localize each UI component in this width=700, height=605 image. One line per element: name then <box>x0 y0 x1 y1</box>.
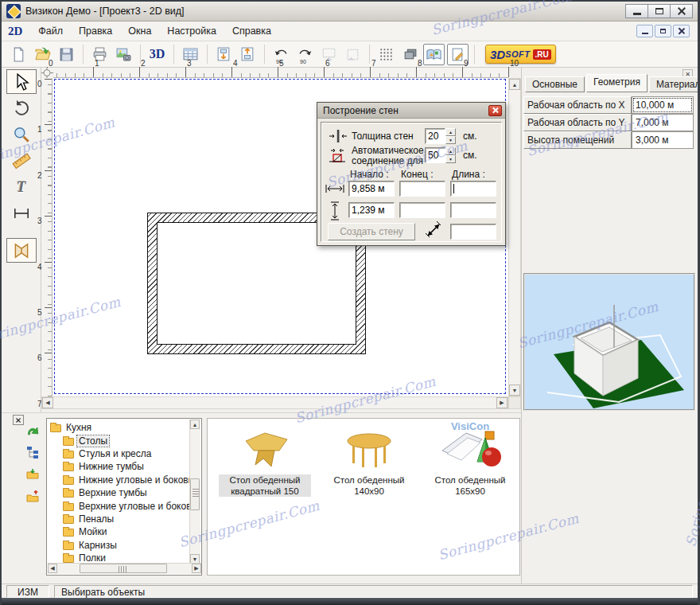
tree-item-Карнизы[interactable]: Карнизы <box>50 539 189 552</box>
menu-Правка[interactable]: Правка <box>71 23 120 39</box>
auto-connect-value-input[interactable] <box>425 147 445 163</box>
catalog-item-0[interactable]: Стол обеденный квадратный 150 <box>219 424 311 497</box>
property-label[interactable]: Высота помещений <box>523 131 632 149</box>
document-2d-icon[interactable]: 2D <box>8 25 22 38</box>
canvas-horizontal-scrollbar[interactable]: ◀ ▶ <box>41 396 508 409</box>
catalog-close-button[interactable] <box>13 415 24 425</box>
scrollbar-corner <box>508 396 521 409</box>
properties-grid: Рабочая область по X10,000 мРабочая обла… <box>523 96 694 149</box>
toolbar-separator <box>264 45 265 64</box>
maximize-button[interactable] <box>648 4 671 18</box>
tree-item-Пеналы[interactable]: Пеналы <box>50 513 189 525</box>
mdi-minimize-button[interactable] <box>636 25 653 37</box>
flip-vertical-button[interactable] <box>342 44 364 65</box>
tree-item-Мойки[interactable]: Мойки <box>50 525 189 538</box>
tree-hscroll-thumb[interactable] <box>80 564 167 573</box>
thickness-up-button[interactable]: ▲ <box>445 128 456 136</box>
thickness-value-input[interactable] <box>425 128 445 144</box>
catalog-book-button[interactable] <box>423 44 445 65</box>
export-object-button[interactable] <box>237 44 259 65</box>
tree-view-button[interactable] <box>24 443 41 461</box>
export-image-button[interactable] <box>113 44 134 65</box>
length-y-input[interactable] <box>450 202 496 218</box>
new-document-button[interactable] <box>8 44 29 65</box>
end-y-input[interactable] <box>399 202 445 218</box>
thickness-unit: см. <box>463 131 477 142</box>
undo-arrow-button[interactable] <box>24 421 41 439</box>
length-total-input[interactable] <box>450 224 496 240</box>
tree-vertical-scrollbar[interactable]: ▲ ▼ <box>189 420 200 564</box>
scroll-right-button[interactable]: ▶ <box>496 397 508 408</box>
scroll-down-button[interactable]: ▼ <box>509 384 520 396</box>
mdi-close-button[interactable] <box>673 25 690 37</box>
zoom-tool[interactable] <box>6 122 37 146</box>
mdi-restore-button[interactable] <box>655 25 671 37</box>
3d-preview[interactable] <box>523 273 695 411</box>
start-x-input[interactable] <box>348 181 395 197</box>
catalog-item-2[interactable]: VisiConСтол обеденный 165x90 <box>421 424 519 497</box>
view-3d-button[interactable]: 3D <box>146 44 168 65</box>
property-label[interactable]: Рабочая область по Y <box>523 114 632 131</box>
auto-connect-spinner: ▲▼ <box>425 147 456 163</box>
menu-Файл[interactable]: Файл <box>30 23 71 39</box>
property-value[interactable]: 3,000 м <box>632 131 694 149</box>
menu-Окна[interactable]: Окна <box>120 23 159 39</box>
tree-horizontal-scrollbar[interactable]: ◀ ▶ <box>48 563 201 574</box>
dialog-title-bar[interactable]: Построение стен <box>317 103 505 119</box>
minimize-button[interactable] <box>625 4 648 18</box>
property-value[interactable]: 10,000 м <box>632 96 694 114</box>
tree-item-Стулья и кресла[interactable]: Стулья и кресла <box>50 447 189 460</box>
ruler-v-tick-1: 1 <box>45 124 52 125</box>
menu-Настройка[interactable]: Настройка <box>159 23 224 39</box>
property-label[interactable]: Рабочая область по X <box>523 96 632 114</box>
end-x-input[interactable] <box>399 181 445 197</box>
application-window: Визикон Демо - [Проект3 - 2D вид] 2D Фай… <box>0 0 700 605</box>
horizontal-ruler: 012345678910 <box>41 68 508 78</box>
tree-scroll-up[interactable]: ▲ <box>190 420 200 429</box>
tab-Основные[interactable]: Основные <box>525 76 585 92</box>
create-wall-button[interactable]: Создать стену <box>328 223 415 240</box>
close-button[interactable] <box>670 4 693 18</box>
import-object-button[interactable] <box>213 44 235 65</box>
import-folder-button[interactable] <box>24 466 41 483</box>
scroll-left-button[interactable]: ◀ <box>42 397 53 408</box>
tab-Геометрия[interactable]: Геометрия <box>586 74 648 92</box>
tree-scroll-thumb[interactable] <box>190 478 200 510</box>
tree-item-Нижние тумбы[interactable]: Нижние тумбы <box>50 460 189 473</box>
tree-item-Нижние угловые и боковые[interactable]: Нижние угловые и боковые <box>50 474 189 486</box>
column-length-label: Длина : <box>452 169 485 180</box>
tree-item-Верхние угловые и боковые[interactable]: Верхние угловые и боковые <box>50 499 189 512</box>
dimension-tool[interactable] <box>6 201 37 225</box>
auto-connect-up-button[interactable]: ▲ <box>445 147 456 155</box>
save-button[interactable] <box>56 44 77 65</box>
auto-connect-down-button[interactable]: ▼ <box>445 155 456 163</box>
tree-root[interactable]: Кухня <box>50 421 189 434</box>
thickness-down-button[interactable]: ▼ <box>445 136 456 144</box>
tree-item-Верхние тумбы[interactable]: Верхние тумбы <box>50 486 189 499</box>
folder-icon <box>63 490 74 498</box>
tree-scroll-left[interactable]: ◀ <box>48 564 57 573</box>
catalog-item-1[interactable]: Стол обеденный 140x90 <box>321 424 418 497</box>
menu-Справка[interactable]: Справка <box>224 23 279 39</box>
rotate-right-90-button[interactable]: 90 <box>294 44 316 65</box>
scroll-up-button[interactable]: ▲ <box>509 79 520 90</box>
property-value[interactable]: 7,000 м <box>632 114 694 131</box>
dialog-close-button[interactable] <box>488 105 502 116</box>
wall-tool[interactable] <box>6 238 37 263</box>
tree-item-Полки[interactable]: Полки <box>50 552 189 563</box>
canvas-vertical-scrollbar[interactable]: ▲ ▼ <box>508 78 521 396</box>
undo-tool[interactable] <box>6 96 37 120</box>
tab-Материалы[interactable]: Материалы <box>649 76 700 92</box>
text-tool[interactable]: T <box>6 174 37 199</box>
drawing-tools-column: T <box>2 68 41 412</box>
tree-item-Столы[interactable]: Столы <box>50 434 189 447</box>
print-button[interactable] <box>89 44 111 65</box>
measure-ruler-tool[interactable] <box>6 148 37 173</box>
start-y-input[interactable] <box>348 202 395 218</box>
tree-scroll-right[interactable]: ▶ <box>192 564 201 573</box>
export-folder-button[interactable] <box>24 488 41 505</box>
length-x-input[interactable] <box>450 181 496 197</box>
select-cursor-tool[interactable] <box>6 69 37 94</box>
snap-grid-button[interactable] <box>375 44 397 65</box>
3dsoft-logo[interactable]: 3DSOFT.RU <box>485 45 556 64</box>
